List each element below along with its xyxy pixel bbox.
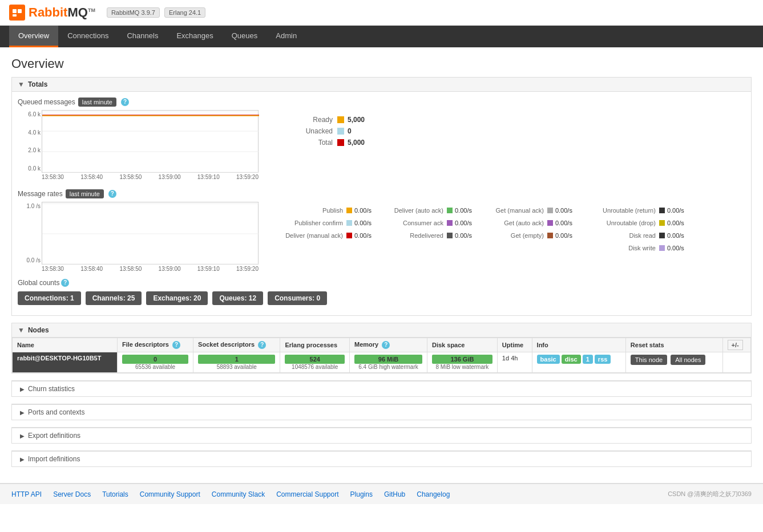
export-section: ▶ Export definitions bbox=[11, 427, 752, 444]
rate-get-empty: Get (empty) 0.00/s bbox=[482, 230, 577, 241]
logo-tm: TM bbox=[88, 7, 95, 13]
badge-num: 1 bbox=[583, 355, 593, 364]
unacked-dot bbox=[337, 128, 344, 135]
ports-header[interactable]: ▶ Ports and contexts bbox=[12, 404, 751, 420]
svg-rect-2 bbox=[13, 14, 17, 17]
global-counts: Global counts ? Connections: 1 Channels:… bbox=[18, 279, 745, 305]
footer-community-slack[interactable]: Community Slack bbox=[212, 490, 265, 498]
chart-y-axis: 6.0 k 4.0 k 2.0 k 0.0 k bbox=[18, 110, 41, 173]
churn-label: Churn statistics bbox=[28, 385, 75, 393]
rate-consumer-ack: Consumer ack 0.00/s bbox=[382, 217, 477, 229]
total-dot bbox=[337, 139, 344, 146]
this-node-btn[interactable]: This node bbox=[631, 355, 667, 365]
churn-header[interactable]: ▶ Churn statistics bbox=[12, 381, 751, 396]
footer-changelog[interactable]: Changelog bbox=[417, 490, 450, 498]
col-plusminus[interactable]: +/- bbox=[722, 338, 750, 352]
import-header[interactable]: ▶ Import definitions bbox=[12, 451, 751, 466]
import-section: ▶ Import definitions bbox=[11, 450, 752, 467]
rates-y-axis: 1.0 /s 0.0 /s bbox=[18, 202, 41, 265]
node-file-desc: 0 65536 available bbox=[117, 352, 193, 373]
nav-exchanges[interactable]: Exchanges bbox=[167, 26, 222, 47]
logo-icon bbox=[9, 5, 25, 21]
col-erlang-proc: Erlang processes bbox=[280, 338, 350, 352]
nodes-label: Nodes bbox=[28, 326, 49, 334]
rates-col-2: Deliver (auto ack) 0.00/s Consumer ack 0… bbox=[382, 205, 477, 254]
ports-section: ▶ Ports and contexts bbox=[11, 404, 752, 420]
col-uptime: Uptime bbox=[497, 338, 532, 352]
rates-chart bbox=[42, 202, 259, 265]
totals-header[interactable]: ▼ Totals bbox=[12, 78, 751, 92]
global-counts-label: Global counts ? bbox=[18, 279, 745, 287]
col-disk-space: Disk space bbox=[427, 338, 497, 352]
rate-publisher-confirm: Publisher confirm 0.00/s bbox=[276, 217, 376, 229]
nav-overview[interactable]: Overview bbox=[9, 26, 58, 47]
node-socket-desc: 1 58893 available bbox=[193, 352, 280, 373]
rates-help[interactable]: ? bbox=[108, 190, 116, 198]
footer-server-docs[interactable]: Server Docs bbox=[53, 490, 91, 498]
totals-body: Queued messages last minute ? 6.0 k 4.0 … bbox=[12, 92, 751, 315]
nav-queues[interactable]: Queues bbox=[223, 26, 267, 47]
message-rates-container: Message rates last minute ? 1.0 /s 0.0 /… bbox=[18, 189, 745, 272]
version-badge: RabbitMQ 3.9.7 bbox=[107, 7, 160, 18]
queued-time-badge[interactable]: last minute bbox=[78, 98, 116, 107]
legend-total: Total 5,000 bbox=[281, 139, 376, 147]
consumers-badge[interactable]: Consumers: 0 bbox=[268, 291, 327, 305]
footer-commercial-support[interactable]: Commercial Support bbox=[276, 490, 338, 498]
node-info: basic disc 1 rss bbox=[532, 352, 625, 373]
rates-legend: Publish 0.00/s Publisher confirm 0.00/s … bbox=[276, 205, 689, 254]
rates-time-badge[interactable]: last minute bbox=[66, 189, 104, 198]
main-content: Overview ▼ Totals Queued messages last m… bbox=[0, 47, 763, 483]
nodes-arrow: ▼ bbox=[18, 326, 25, 334]
nav-connections[interactable]: Connections bbox=[58, 26, 118, 47]
totals-label: Totals bbox=[28, 80, 47, 88]
legend-unacked: Unacked 0 bbox=[281, 127, 376, 135]
logo: RabbitMQTM bbox=[9, 5, 95, 21]
rates-col-4: Unroutable (return) 0.00/s Unroutable (d… bbox=[583, 205, 689, 254]
footer-github[interactable]: GitHub bbox=[384, 490, 405, 498]
svg-rect-1 bbox=[18, 9, 22, 13]
rates-x-axis: 13:58:30 13:58:40 13:58:50 13:59:00 13:5… bbox=[42, 266, 259, 272]
badge-rss: rss bbox=[595, 355, 611, 364]
footer-community-support[interactable]: Community Support bbox=[140, 490, 200, 498]
nodes-table: Name File descriptors ? Socket descripto… bbox=[12, 338, 751, 373]
nav-channels[interactable]: Channels bbox=[118, 26, 167, 47]
svg-rect-0 bbox=[13, 9, 17, 13]
queued-legend: Ready 5,000 Unacked 0 Total 5,000 bbox=[281, 116, 376, 150]
rate-redelivered: Redelivered 0.00/s bbox=[382, 230, 477, 241]
rate-disk-write: Disk write 0.00/s bbox=[583, 242, 689, 254]
col-socket-desc: Socket descriptors ? bbox=[193, 338, 280, 352]
queued-help[interactable]: ? bbox=[121, 98, 129, 106]
rate-unroutable-return: Unroutable (return) 0.00/s bbox=[583, 205, 689, 216]
connections-badge[interactable]: Connections: 1 bbox=[18, 291, 81, 305]
rate-get-manual: Get (manual ack) 0.00/s bbox=[482, 205, 577, 216]
unacked-value: 0 bbox=[348, 127, 376, 135]
nav-admin[interactable]: Admin bbox=[267, 26, 306, 47]
channels-badge[interactable]: Channels: 25 bbox=[86, 291, 142, 305]
badge-disc: disc bbox=[562, 355, 581, 364]
ready-value: 5,000 bbox=[348, 116, 376, 124]
queues-badge[interactable]: Queues: 12 bbox=[212, 291, 263, 305]
queued-chart-container: 6.0 k 4.0 k 2.0 k 0.0 k bbox=[18, 110, 745, 180]
main-nav: Overview Connections Channels Exchanges … bbox=[0, 26, 763, 47]
logo-text: RabbitMQTM bbox=[29, 5, 95, 20]
total-value: 5,000 bbox=[348, 139, 376, 147]
all-nodes-btn[interactable]: All nodes bbox=[671, 355, 705, 365]
global-counts-help[interactable]: ? bbox=[61, 279, 69, 287]
node-name: rabbit@DESKTOP-HG10B5T bbox=[13, 352, 118, 373]
table-row: rabbit@DESKTOP-HG10B5T 0 65536 available… bbox=[13, 352, 751, 373]
rate-disk-read: Disk read 0.00/s bbox=[583, 230, 689, 241]
totals-section: ▼ Totals Queued messages last minute ? 6… bbox=[11, 77, 752, 316]
col-file-desc: File descriptors ? bbox=[117, 338, 193, 352]
footer-plugins[interactable]: Plugins bbox=[350, 490, 373, 498]
export-header[interactable]: ▶ Export definitions bbox=[12, 428, 751, 443]
exchanges-badge[interactable]: Exchanges: 20 bbox=[146, 291, 208, 305]
rates-label: Message rates last minute ? bbox=[18, 189, 745, 198]
rate-get-auto: Get (auto ack) 0.00/s bbox=[482, 217, 577, 229]
rate-unroutable-drop: Unroutable (drop) 0.00/s bbox=[583, 217, 689, 229]
footer-http-api[interactable]: HTTP API bbox=[11, 490, 42, 498]
footer: HTTP API Server Docs Tutorials Community… bbox=[0, 483, 763, 504]
nodes-header[interactable]: ▼ Nodes bbox=[12, 323, 751, 338]
counts-bar: Connections: 1 Channels: 25 Exchanges: 2… bbox=[18, 291, 745, 305]
footer-tutorials[interactable]: Tutorials bbox=[102, 490, 128, 498]
totals-arrow: ▼ bbox=[18, 80, 25, 88]
